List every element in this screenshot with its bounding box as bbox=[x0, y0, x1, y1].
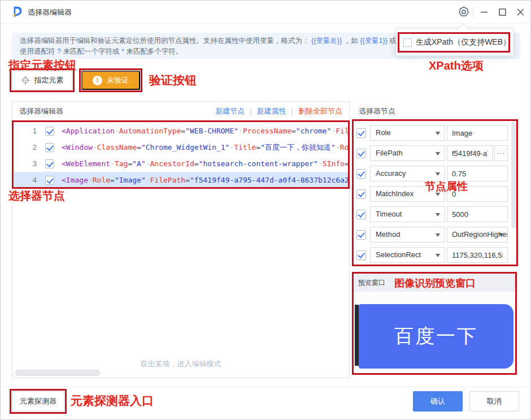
tree-row[interactable]: 2<Window·ClassName="Chrome_WidgetWin_1"·… bbox=[14, 139, 349, 155]
code-token-val: "WEB-CHROME" bbox=[185, 127, 238, 135]
generate-xpath-checkbox[interactable] bbox=[403, 38, 412, 47]
link-separator: | bbox=[291, 107, 293, 116]
cancel-button[interactable]: 取消 bbox=[469, 391, 519, 412]
tree-row[interactable]: 3<WebElement·Tag="A"·AncestorId="hotsear… bbox=[14, 155, 349, 172]
code-token-val: "f5419f49-a795-447d-a0f4-8637b12c6a2e. bbox=[190, 176, 349, 184]
row-checkbox[interactable] bbox=[45, 159, 54, 168]
delete-all-nodes-link[interactable]: 删除全部节点 bbox=[298, 106, 342, 116]
annotation-preview-window: 图像识别预览窗口 bbox=[394, 276, 476, 290]
code-token-tag: <Window bbox=[62, 143, 93, 151]
code-token-attr: ClassName bbox=[97, 143, 137, 151]
crosshair-icon bbox=[21, 76, 30, 85]
banner-text: 使用通配符 bbox=[20, 47, 57, 55]
pick-element-button[interactable]: 指定元素 bbox=[12, 71, 72, 90]
selector-editor-window: 选择器编辑器 选择器编辑器用于编辑和验证元素定位所使用的节点属性。支持在属性中使… bbox=[0, 0, 531, 420]
double-click-hint: 双击某项，进入编辑模式 bbox=[12, 359, 349, 369]
row-checkbox[interactable] bbox=[45, 176, 54, 185]
property-value-input[interactable] bbox=[447, 125, 508, 141]
title-bar: 选择器编辑器 bbox=[1, 1, 530, 24]
annotation-xpath-option: XPath选项 bbox=[429, 58, 484, 73]
row-number: 3 bbox=[14, 159, 37, 168]
annotation-verify-button: 验证按钮 bbox=[149, 72, 197, 88]
code-token-tag: <Image bbox=[62, 176, 88, 184]
code-token-dot: · bbox=[146, 176, 150, 184]
code-token-val: "百度一下，你就知道" bbox=[260, 143, 336, 151]
code-token-eq: = bbox=[110, 176, 115, 184]
tree-row[interactable]: 1<Application·AutomationType="WEB-CHROME… bbox=[14, 123, 349, 139]
property-value-input[interactable] bbox=[447, 247, 508, 263]
banner-text: 选择器编辑器用于编辑和验证元素定位所使用的节点属性。支持在属性中使用变量，格式为… bbox=[20, 37, 311, 45]
chevron-down-icon bbox=[436, 132, 440, 135]
banner-text: 来匹配多个字符。 bbox=[126, 47, 182, 55]
element-explorer-button[interactable]: 元素探测器 bbox=[12, 391, 64, 412]
confirm-button[interactable]: 确认 bbox=[413, 391, 463, 412]
property-value-dropdown[interactable]: OutRegionHighestA bbox=[447, 227, 508, 243]
property-checkbox[interactable] bbox=[356, 189, 366, 199]
property-name-dropdown[interactable]: FilePath bbox=[370, 145, 445, 161]
property-value-input[interactable] bbox=[447, 206, 508, 222]
code-token-dot: · bbox=[318, 159, 323, 168]
code-token-dot: · bbox=[110, 159, 115, 168]
property-checkbox[interactable] bbox=[356, 230, 366, 240]
generate-xpath-label: 生成XPath（仅支持WEB） bbox=[416, 37, 511, 47]
row-selector-code: <Image·Role="Image"·FilePath="f5419f49-a… bbox=[62, 176, 349, 184]
chevron-down-icon bbox=[436, 152, 440, 155]
code-token-eq: = bbox=[137, 143, 141, 151]
property-checkbox[interactable] bbox=[356, 250, 366, 260]
property-checkbox[interactable] bbox=[356, 210, 366, 219]
tree-row[interactable]: 4<Image·Role="Image"·FilePath="f5419f49-… bbox=[14, 172, 349, 188]
popup-arrow bbox=[459, 24, 468, 33]
row-checkbox[interactable] bbox=[45, 127, 54, 136]
code-token-attr: Title bbox=[234, 143, 256, 151]
code-token-attr: Tag bbox=[115, 159, 128, 168]
property-value-input[interactable] bbox=[447, 145, 493, 161]
property-checkbox[interactable] bbox=[356, 128, 366, 138]
chevron-down-icon bbox=[499, 233, 503, 237]
row-checkbox[interactable] bbox=[45, 143, 54, 152]
code-token-tag: <Application bbox=[62, 127, 115, 135]
row-number: 2 bbox=[14, 143, 37, 151]
code-token-dot: · bbox=[93, 143, 97, 151]
property-name-dropdown[interactable]: Method bbox=[370, 227, 445, 243]
code-token-attr: ProcessName bbox=[243, 127, 291, 135]
code-token-val: "Image" bbox=[115, 176, 146, 184]
annotation-explorer-entry: 元素探测器入口 bbox=[71, 393, 154, 409]
property-name-dropdown[interactable]: Timeout bbox=[370, 206, 445, 222]
banner-variable: {{变量1}} bbox=[360, 37, 388, 45]
verify-button[interactable]: ! 未验证 bbox=[81, 71, 140, 90]
minimize-button[interactable] bbox=[476, 4, 492, 20]
code-token-attr: AutomationType bbox=[119, 127, 181, 135]
settings-gear-icon[interactable] bbox=[456, 4, 472, 20]
row-number: 4 bbox=[14, 176, 37, 184]
code-token-eq: = bbox=[345, 159, 349, 168]
link-separator: | bbox=[250, 107, 251, 116]
code-token-tag: <WebElement bbox=[62, 159, 110, 168]
new-attr-link[interactable]: 新建属性 bbox=[257, 106, 286, 116]
row-number: 1 bbox=[14, 127, 37, 135]
vertical-scrollbar-thumb[interactable] bbox=[511, 122, 516, 228]
code-token-val: "chrome" bbox=[296, 127, 332, 135]
code-token-val: "A" bbox=[132, 159, 145, 168]
maximize-button[interactable] bbox=[494, 4, 510, 20]
close-button[interactable] bbox=[512, 4, 528, 20]
horizontal-scrollbar-thumb[interactable] bbox=[15, 370, 100, 376]
property-row-filepath: FilePath··· bbox=[352, 145, 508, 161]
ellipsis-button[interactable]: ··· bbox=[494, 145, 508, 161]
app-logo-icon bbox=[11, 6, 23, 18]
property-name-dropdown[interactable]: Role bbox=[370, 125, 445, 141]
annotation-node-props: 节点属性 bbox=[425, 179, 468, 194]
selector-panel-header: 选择器编辑器 新建节点 | 新建属性 | 删除全部节点 bbox=[12, 102, 349, 122]
property-row-method: MethodOutRegionHighestA bbox=[352, 227, 508, 243]
property-checkbox[interactable] bbox=[356, 169, 366, 179]
code-token-val: "hotsearch-content-wrapper" bbox=[199, 159, 318, 168]
chevron-down-icon bbox=[436, 213, 440, 217]
property-checkbox[interactable] bbox=[356, 149, 366, 158]
code-token-eq: = bbox=[181, 127, 185, 135]
property-name-dropdown[interactable]: SelectionRect bbox=[370, 247, 445, 263]
row-selector-code: <WebElement·Tag="A"·AncestorId="hotsearc… bbox=[62, 159, 349, 169]
new-node-link[interactable]: 新建节点 bbox=[215, 106, 245, 116]
window-title: 选择器编辑器 bbox=[28, 1, 72, 24]
pick-element-label: 指定元素 bbox=[34, 75, 64, 85]
code-token-val: "Chrome_WidgetWin_1" bbox=[141, 143, 230, 151]
verify-label: 未验证 bbox=[107, 75, 129, 85]
